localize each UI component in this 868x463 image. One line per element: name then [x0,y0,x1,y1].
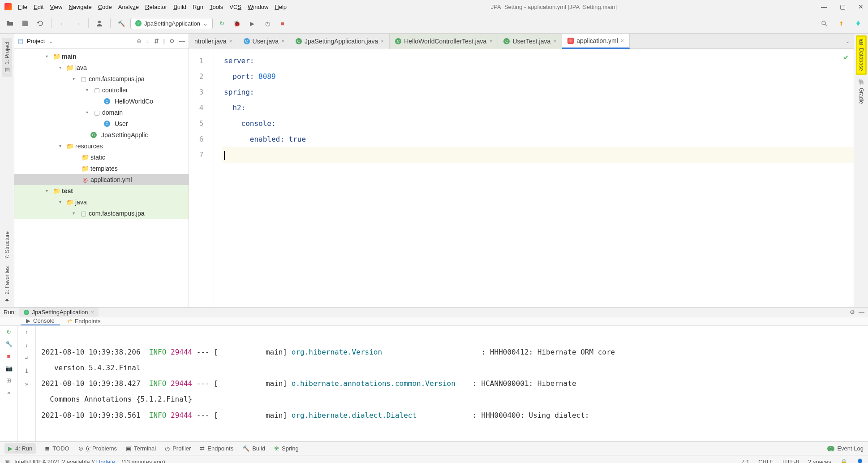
close-icon[interactable]: × [381,38,384,44]
tab-hello-test[interactable]: CHelloWorldControllerTest.java× [390,34,498,49]
menu-refactor[interactable]: Refactor [145,4,167,10]
bottom-run-tab[interactable]: ▶4: 4: RunRun [4,443,36,454]
structure-tool-tab[interactable]: 7: Structure [2,228,12,263]
menu-window[interactable]: Window [248,4,268,10]
close-button[interactable]: ✕ [858,3,864,10]
line-separator[interactable]: CRLF [758,459,773,463]
layout-icon[interactable]: ⊞ [6,377,11,384]
event-log-tab[interactable]: 1Event Log [827,445,864,452]
database-tool-tab[interactable]: 🗄 Database [856,35,867,75]
bottom-problems-tab[interactable]: ⊘6: Problems [78,445,117,452]
menu-vcs[interactable]: VCS [229,4,241,10]
project-tree[interactable]: ▾📁main ▾📁java ▾▢com.fastcampus.jpa ▾▢con… [14,49,189,307]
forward-icon[interactable]: → [71,17,84,30]
hide-icon[interactable]: — [179,38,185,44]
scroll-icon[interactable]: ⤓ [24,368,29,374]
tool-windows-icon[interactable]: ▣ [4,459,10,463]
tab-controller[interactable]: ntroller.java× [189,34,238,49]
menu-view[interactable]: View [50,4,62,10]
close-icon[interactable]: × [621,38,624,44]
ide-icon[interactable] [852,17,864,30]
bottom-build-tab[interactable]: 🔨Build [242,445,265,452]
gear-icon[interactable]: ⚙ [850,309,855,316]
menu-navigate[interactable]: Navigate [69,4,91,10]
menu-help[interactable]: Help [275,4,287,10]
close-icon[interactable]: × [229,38,232,44]
bottom-todo-tab[interactable]: ≣TODO [45,445,69,452]
hide-icon[interactable]: — [859,309,864,316]
down-icon[interactable]: ↓ [25,342,28,348]
search-icon[interactable] [818,17,830,30]
menu-build[interactable]: Build [173,4,186,10]
run-config-tab[interactable]: JpaSettingApplication × [19,307,99,317]
editor-area: ntroller.java× CUser.java× CJpaSettingAp… [189,34,854,307]
cursor-position[interactable]: 7:1 [741,459,749,463]
console-output[interactable]: 2021-08-10 10:39:38.206 INFO 29444 --- [… [36,326,868,441]
file-encoding[interactable]: UTF-8 [782,459,799,463]
soft-wrap-icon[interactable]: ⤶ [24,355,29,361]
menu-run[interactable]: Run [193,4,203,10]
target-icon[interactable]: ⊕ [137,38,142,44]
up-icon[interactable]: ↑ [25,329,28,335]
close-icon[interactable]: × [553,38,556,44]
run-label: Run: [4,309,16,316]
collapse-icon[interactable]: ⇵ [154,38,159,44]
camera-icon[interactable]: 📷 [5,365,13,372]
endpoints-icon: ⇄ [200,445,205,452]
console-tab[interactable]: ▶Console [21,317,60,325]
menu-edit[interactable]: Edit [34,4,43,10]
rerun-icon[interactable]: ↻ [215,17,228,30]
gradle-tool-tab[interactable]: 🐘 Gradle [856,75,866,108]
rerun-icon[interactable]: ↻ [6,329,11,335]
lock-icon[interactable]: 🔒 [840,459,847,463]
tab-user-test[interactable]: CUserTest.java× [498,34,562,49]
close-icon[interactable]: × [281,38,284,44]
debug-icon[interactable]: 🐞 [231,17,243,30]
coverage-icon[interactable]: ▶ [246,17,258,30]
inspector-icon[interactable]: 👤 [856,459,864,463]
tab-app[interactable]: CJpaSettingApplication.java× [290,34,390,49]
menu-file[interactable]: File [18,4,27,10]
back-icon[interactable]: ← [56,17,69,30]
profile-icon[interactable] [93,17,106,30]
bottom-terminal-tab[interactable]: ▣Terminal [126,445,156,452]
minimize-button[interactable]: — [821,3,827,10]
maximize-button[interactable]: ▢ [840,3,846,10]
endpoints-tab[interactable]: ⇄Endpoints [62,317,106,325]
save-all-icon[interactable] [19,17,31,30]
more-icon[interactable]: » [25,381,28,387]
menu-code[interactable]: Code [98,4,112,10]
reload-icon[interactable] [34,17,47,30]
gear-icon[interactable]: ⚙ [169,38,175,44]
close-icon[interactable]: × [489,38,492,44]
stop-icon[interactable]: ■ [7,353,11,359]
chevron-down-icon[interactable]: ⌄ [48,38,53,44]
open-icon[interactable] [4,17,16,30]
bottom-endpoints-tab[interactable]: ⇄Endpoints [200,445,233,452]
todo-icon: ≣ [45,445,50,452]
menu-analyze[interactable]: Analyze [118,4,139,10]
editor[interactable]: ✔ 1 2 3 4 5 6 7 server: port: 8089 sprin… [189,49,854,307]
indent-status[interactable]: 2 spaces [808,459,831,463]
close-icon[interactable]: × [91,309,95,316]
bottom-spring-tab[interactable]: ❀Spring [274,445,299,452]
expand-icon[interactable]: ≡ [146,38,150,44]
app-logo-icon [4,3,12,10]
menu-tools[interactable]: Tools [210,4,223,10]
tabs-chevron-icon[interactable]: ⌄ [845,38,850,44]
code-content[interactable]: server: port: 8089 spring: h2: console: … [222,49,854,307]
bottom-profiler-tab[interactable]: ◷Profiler [165,445,191,452]
profile-run-icon[interactable]: ◷ [261,17,274,30]
wrench-icon[interactable]: 🔧 [5,341,13,347]
project-view-icon: ▤ [18,38,23,44]
favorites-tool-tab[interactable]: ★ 2: Favorites [2,263,12,307]
tab-user[interactable]: CUser.java× [238,34,290,49]
sync-icon[interactable]: ⬆ [835,17,847,30]
update-link[interactable]: Update... [96,459,120,463]
project-tool-tab[interactable]: ▤ 1: Project [2,38,12,77]
stop-icon[interactable]: ■ [276,17,289,30]
run-configuration-selector[interactable]: JpaSettingApplication ⌄ [130,18,213,29]
hammer-icon[interactable]: 🔨 [115,17,128,30]
tab-application-yml[interactable]: application.yml× [562,34,630,49]
more-icon[interactable]: » [7,389,10,396]
